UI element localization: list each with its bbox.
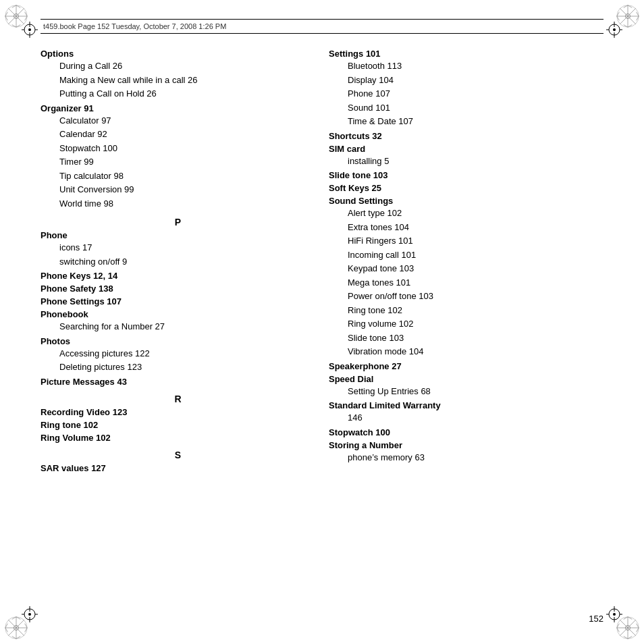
list-item: Bluetooth 113 (329, 59, 603, 73)
crosshair-tl (22, 22, 38, 38)
list-item: Picture Messages 43 (41, 377, 315, 387)
list-item: Tip calculator 98 (41, 169, 315, 183)
list-item: Keypad tone 103 (329, 262, 603, 275)
svg-line-33 (16, 617, 20, 620)
list-item: switching on/off 9 (41, 255, 315, 269)
svg-point-75 (613, 613, 616, 616)
list-item: Accessing pictures 122 (41, 347, 315, 360)
svg-line-23 (628, 25, 632, 28)
list-item: Incoming call 101 (329, 248, 603, 262)
svg-line-37 (16, 637, 20, 639)
list-item: Calendar 92 (41, 128, 315, 141)
list-item: Speed Dial (329, 374, 603, 384)
list-item: S (41, 450, 315, 460)
svg-line-8 (25, 16, 28, 20)
list-item: Timer 99 (41, 155, 315, 169)
list-item: Ring volume 102 (329, 317, 603, 331)
svg-line-40 (5, 628, 8, 632)
list-item: Slide tone 103 (329, 170, 603, 180)
list-item: Ring tone 102 (329, 304, 603, 317)
list-item: R (41, 394, 315, 404)
svg-line-47 (628, 617, 632, 620)
list-item: Photos (41, 336, 315, 346)
svg-point-57 (28, 28, 31, 31)
list-item: Phone Safety 138 (41, 284, 315, 294)
list-item: Power on/off tone 103 (329, 290, 603, 303)
svg-line-21 (637, 12, 639, 16)
svg-line-52 (624, 637, 628, 639)
svg-line-12 (5, 16, 8, 20)
list-item: Deleting pictures 123 (41, 360, 315, 374)
list-item: icons 17 (41, 241, 315, 254)
list-item: Slide tone 103 (329, 331, 603, 345)
list-item: Stopwatch 100 (329, 427, 603, 437)
svg-line-19 (628, 5, 632, 8)
list-item: 146 (329, 411, 603, 425)
header-text: t459.book Page 152 Tuesday, October 7, 2… (43, 22, 226, 30)
svg-line-48 (624, 617, 628, 620)
list-item: Ring Volume 102 (41, 433, 315, 443)
list-item: Time & Date 107 (329, 115, 603, 128)
list-item: Calculator 97 (41, 114, 315, 128)
svg-line-50 (637, 628, 639, 632)
svg-line-36 (25, 628, 28, 632)
list-item: Storing a Number (329, 440, 603, 450)
list-item: Vibration mode 104 (329, 345, 603, 358)
list-item: installing 5 (329, 155, 603, 168)
list-item: Phone (41, 230, 315, 240)
list-item: HiFi Ringers 101 (329, 234, 603, 248)
svg-line-25 (617, 12, 620, 16)
list-item: P (41, 217, 315, 227)
crosshair-bl (22, 606, 38, 622)
list-item: Soft Keys 25 (329, 183, 603, 193)
crosshair-tr (606, 22, 622, 38)
svg-line-22 (637, 16, 639, 20)
list-item: Unit Conversion 99 (41, 183, 315, 196)
svg-line-49 (637, 624, 639, 628)
page-header: t459.book Page 152 Tuesday, October 7, 2… (41, 19, 603, 34)
crosshair-br (606, 606, 622, 622)
list-item: World time 98 (41, 197, 315, 211)
svg-line-38 (12, 637, 16, 639)
list-item: Phone Settings 107 (41, 296, 315, 306)
list-item: SIM card (329, 144, 603, 154)
list-item: Sound Settings (329, 196, 603, 206)
list-item: phone’s memory 63 (329, 451, 603, 464)
svg-line-7 (25, 12, 28, 16)
svg-line-26 (617, 16, 620, 20)
list-item: Stopwatch 100 (41, 142, 315, 155)
svg-line-35 (25, 624, 28, 628)
list-item: Phonebook (41, 309, 315, 319)
list-item: Alert type 102 (329, 207, 603, 220)
svg-point-69 (28, 613, 31, 616)
list-item: Display 104 (329, 74, 603, 87)
svg-line-39 (5, 624, 8, 628)
svg-line-5 (16, 5, 20, 8)
list-item: Searching for a Number 27 (41, 320, 315, 333)
list-item: Recording Video 123 (41, 407, 315, 417)
svg-line-10 (12, 25, 16, 28)
svg-line-20 (624, 5, 628, 8)
svg-line-6 (12, 5, 16, 8)
list-item: Phone 107 (329, 87, 603, 101)
svg-line-51 (628, 637, 632, 639)
list-item: Extra tones 104 (329, 221, 603, 234)
svg-line-11 (5, 12, 8, 16)
list-item: SAR values 127 (41, 463, 315, 473)
list-item: Options (41, 49, 315, 59)
right-column: Settings 101Bluetooth 113Display 104Phon… (329, 46, 603, 603)
list-item: During a Call 26 (41, 59, 315, 73)
page-number: 152 (589, 614, 603, 624)
list-item: Putting a Call on Hold 26 (41, 87, 315, 101)
svg-line-34 (12, 617, 16, 620)
list-item: Setting Up Entries 68 (329, 385, 603, 398)
list-item: Making a New call while in a call 26 (41, 74, 315, 87)
list-item: Settings 101 (329, 49, 603, 59)
list-item: Ring tone 102 (41, 420, 315, 430)
left-column: OptionsDuring a Call 26Making a New call… (41, 46, 329, 603)
list-item: Shortcuts 32 (329, 131, 603, 141)
list-item: Mega tones 101 (329, 276, 603, 290)
svg-line-24 (624, 25, 628, 28)
svg-line-9 (16, 25, 20, 28)
svg-line-54 (617, 628, 620, 632)
